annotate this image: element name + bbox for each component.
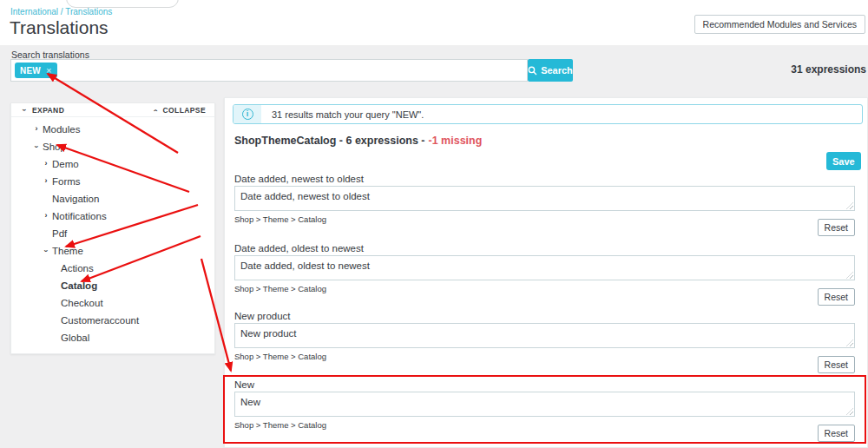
- translation-textarea[interactable]: New: [234, 392, 855, 417]
- expressions-count: 31 expressions: [791, 63, 866, 76]
- page-title: Translations: [10, 17, 108, 38]
- results-alert: i 31 results match your query "NEW".: [233, 104, 863, 124]
- translation-field: Date added, newest to oldest Date added,…: [234, 174, 855, 240]
- reset-button[interactable]: Reset: [818, 219, 855, 236]
- sidebar-item-shop[interactable]: ›Shop: [11, 138, 214, 155]
- save-button[interactable]: Save: [826, 152, 861, 170]
- domain-tree: ›Modules ›Shop ›Demo ›Forms ›Navigation …: [11, 117, 214, 346]
- sidebar-item-catalog[interactable]: ›Catalog: [11, 277, 214, 294]
- sidebar-item-pdf[interactable]: ›Pdf: [11, 225, 214, 242]
- sidebar-item-notifications[interactable]: ›Notifications: [11, 208, 214, 225]
- sidebar-item-demo[interactable]: ›Demo: [11, 155, 214, 173]
- field-label: Date added, newest to oldest: [234, 174, 364, 184]
- sidebar-item-navigation[interactable]: ›Navigation: [11, 190, 214, 208]
- reset-button[interactable]: Reset: [818, 425, 855, 442]
- field-breadcrumb: Shop > Theme > Catalog: [234, 284, 326, 293]
- expand-label: EXPAND: [32, 106, 64, 115]
- collapse-all-button[interactable]: › COLLAPSE: [151, 106, 206, 115]
- info-icon: i: [242, 109, 253, 120]
- chevron-right-icon: ›: [42, 155, 50, 172]
- tree-toolbar: › EXPAND › COLLAPSE: [11, 103, 214, 117]
- close-icon[interactable]: ×: [46, 65, 52, 76]
- chevron-down-icon: ›: [20, 106, 29, 115]
- sidebar-item-forms[interactable]: ›Forms: [11, 173, 214, 190]
- chevron-right-icon: ›: [42, 172, 50, 189]
- search-tag-text: NEW: [20, 66, 41, 76]
- reset-button[interactable]: Reset: [818, 356, 855, 373]
- sidebar-item-customeraccount[interactable]: ›Customeraccount: [11, 312, 214, 329]
- search-tag-chip[interactable]: NEW ×: [15, 63, 57, 78]
- results-alert-text: 31 results match your query "NEW".: [272, 109, 424, 120]
- chevron-down-icon: ›: [28, 142, 45, 151]
- sidebar-item-actions[interactable]: ›Actions: [11, 260, 214, 277]
- field-breadcrumb: Shop > Theme > Catalog: [234, 420, 326, 430]
- translation-field: Date added, oldest to newest Date added,…: [234, 243, 855, 309]
- missing-count: -1 missing: [429, 135, 483, 147]
- reset-button[interactable]: Reset: [818, 288, 855, 306]
- breadcrumb[interactable]: International / Translations: [10, 7, 112, 16]
- search-input[interactable]: NEW ×: [10, 59, 528, 82]
- search-button-label: Search: [541, 65, 573, 76]
- chevron-right-icon: ›: [42, 207, 50, 224]
- search-button[interactable]: Search: [528, 59, 573, 82]
- sidebar-item-checkout[interactable]: ›Checkout: [11, 294, 214, 312]
- search-icon: [528, 66, 537, 76]
- translation-textarea[interactable]: Date added, newest to oldest: [234, 186, 855, 211]
- translation-field: New product New product Shop > Theme > C…: [234, 311, 855, 377]
- translation-domain-sidebar: › EXPAND › COLLAPSE ›Modules ›Shop ›Demo…: [10, 102, 215, 354]
- field-label: New: [234, 379, 254, 390]
- translation-textarea[interactable]: New product: [234, 323, 855, 348]
- field-breadcrumb: Shop > Theme > Catalog: [234, 352, 326, 361]
- sidebar-item-theme[interactable]: ›Theme: [11, 242, 214, 260]
- translation-textarea[interactable]: Date added, oldest to newest: [234, 255, 855, 280]
- collapse-label: COLLAPSE: [163, 106, 206, 115]
- field-label: New product: [234, 311, 291, 321]
- sidebar-item-global[interactable]: ›Global: [11, 329, 214, 346]
- translation-field-highlighted: New New Shop > Theme > Catalog Reset: [234, 379, 855, 445]
- sidebar-item-modules[interactable]: ›Modules: [11, 121, 214, 138]
- field-breadcrumb: Shop > Theme > Catalog: [234, 214, 326, 224]
- section-title-text: ShopThemeCatalog - 6 expressions -: [234, 135, 425, 147]
- chevron-down-icon: ›: [37, 247, 55, 255]
- chevron-right-icon: ›: [32, 120, 41, 137]
- field-label: Date added, oldest to newest: [234, 243, 364, 254]
- section-title: ShopThemeCatalog - 6 expressions --1 mis…: [234, 135, 482, 147]
- translations-page: International / Translations Translation…: [0, 0, 868, 448]
- expand-all-button[interactable]: › EXPAND: [20, 106, 64, 115]
- recommended-modules-button[interactable]: Recommended Modules and Services: [694, 15, 865, 34]
- chevron-up-icon: ›: [151, 106, 160, 115]
